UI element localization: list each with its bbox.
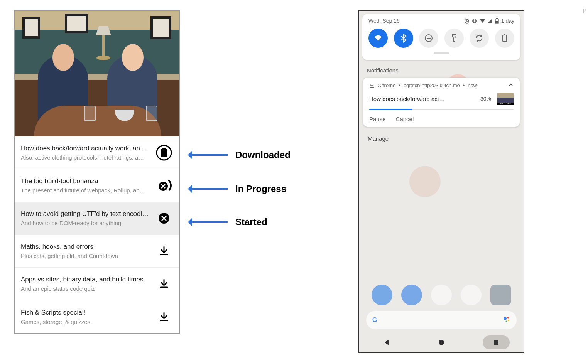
download-icon [369, 83, 375, 88]
episode-row[interactable]: Fish & Scripts special! Games, storage, … [15, 300, 179, 333]
back-button[interactable] [373, 335, 400, 349]
download-button[interactable] [155, 279, 173, 289]
wifi-toggle[interactable] [368, 29, 388, 48]
glass-icon [146, 106, 157, 121]
annotation-label: Downloaded [235, 150, 291, 160]
alarm-icon [464, 18, 470, 24]
chrome-app-icon[interactable] [461, 285, 482, 305]
overview-button[interactable] [483, 335, 510, 349]
flashlight-toggle[interactable] [444, 29, 464, 48]
app-dock [359, 285, 524, 305]
episode-title: Apps vs sites, binary data, and build ti… [21, 276, 151, 283]
notification-app: Chrome [378, 83, 395, 88]
svg-rect-14 [496, 18, 498, 19]
cancel-icon [158, 212, 170, 224]
home-icon [438, 339, 445, 346]
episode-subtitle: Plus cats, getting old, and Countdown [21, 253, 151, 259]
notification-source: bgfetch-http203.glitch.me [404, 83, 460, 88]
download-button[interactable] [155, 312, 173, 322]
episode-subtitle: Games, storage, & quizzes [21, 318, 151, 325]
overview-icon [493, 339, 499, 345]
episode-row[interactable]: Apps vs sites, binary data, and build ti… [15, 268, 179, 300]
annotation-label: Started [235, 217, 267, 228]
episode-subtitle: Also, active clothing protocols, hotel r… [21, 154, 151, 161]
picture-frame [65, 14, 88, 33]
signal-icon [488, 18, 493, 24]
bluetooth-toggle[interactable] [394, 29, 413, 48]
svg-rect-5 [161, 149, 167, 150]
glass-icon [84, 106, 96, 121]
episode-list: How does back/forward actually work, an…… [15, 136, 179, 333]
notification-thumbnail [497, 93, 514, 105]
camera-app-icon[interactable] [490, 285, 511, 305]
episode-row[interactable]: The big build-tool bonanza The present a… [15, 169, 179, 202]
svg-rect-17 [503, 35, 507, 42]
play-store-icon[interactable] [431, 285, 452, 305]
chevron-up-icon [508, 82, 514, 88]
battery-icon [502, 34, 508, 43]
svg-point-20 [507, 317, 509, 319]
notifications-header: Notifications [359, 60, 524, 78]
table [34, 106, 161, 136]
svg-rect-24 [494, 340, 498, 345]
drag-handle[interactable] [434, 52, 449, 54]
cancel-download-button[interactable] [155, 212, 173, 224]
arrow-icon [189, 188, 228, 190]
notification-time: now [468, 83, 477, 88]
battery-saver-toggle[interactable] [495, 29, 514, 48]
episode-row[interactable]: How does back/forward actually work, an…… [15, 136, 179, 169]
svg-point-19 [504, 317, 507, 320]
status-icons: 1 day [464, 18, 514, 24]
download-icon [159, 312, 169, 322]
arrow-icon [189, 154, 228, 156]
android-notification-phone: Wed, Sep 16 1 day Notifications Chrome [358, 10, 524, 353]
dnd-toggle[interactable] [419, 29, 438, 48]
download-notification[interactable]: Chrome • bgfetch-http203.glitch.me • now… [363, 78, 520, 127]
back-icon [383, 339, 390, 346]
episode-row[interactable]: How to avoid getting UTF'd by text encod… [15, 202, 179, 235]
messages-app-icon[interactable] [401, 285, 422, 305]
status-date: Wed, Sep 16 [368, 18, 400, 24]
trash-icon [156, 145, 172, 161]
crop-mark: P [583, 8, 586, 14]
annotation-in-progress: In Progress [189, 184, 286, 194]
svg-rect-11 [473, 19, 476, 23]
annotation-label: In Progress [235, 184, 286, 194]
phone-app-icon[interactable] [372, 285, 392, 305]
picture-frame [150, 16, 171, 39]
delete-button[interactable] [155, 145, 173, 161]
quick-settings-panel: Wed, Sep 16 1 day [362, 14, 520, 60]
download-button[interactable] [155, 246, 173, 256]
svg-point-23 [439, 340, 444, 345]
home-button[interactable] [428, 335, 455, 349]
wifi-icon [373, 34, 383, 43]
bluetooth-icon [400, 34, 407, 43]
episode-subtitle: And an epic status code quiz [21, 285, 151, 292]
notification-title: How does back/forward act… [369, 96, 476, 102]
cancel-button[interactable]: Cancel [396, 116, 414, 122]
svg-point-2 [96, 56, 110, 60]
manage-button[interactable]: Manage [359, 127, 524, 150]
download-icon [159, 246, 169, 256]
wifi-icon [480, 18, 485, 24]
pause-button[interactable]: Pause [369, 116, 386, 122]
episode-title: Fish & Scripts special! [21, 309, 151, 317]
episode-subtitle: The present and future of webpack, Rollu… [21, 187, 151, 194]
svg-point-22 [506, 321, 507, 322]
rotate-toggle[interactable] [470, 29, 489, 48]
collapse-button[interactable] [508, 82, 514, 89]
cancel-download-button[interactable] [155, 177, 173, 194]
episode-row[interactable]: Maths, hooks, and errors Plus cats, gett… [15, 235, 179, 268]
flashlight-icon [451, 34, 458, 43]
progress-bar [369, 109, 514, 110]
svg-rect-6 [162, 148, 166, 149]
android-nav-bar [359, 332, 524, 352]
annotation-downloaded: Downloaded [189, 150, 291, 160]
battery-icon [495, 18, 499, 24]
svg-point-21 [508, 320, 509, 321]
notification-percent: 30% [480, 96, 491, 102]
episode-title: The big build-tool bonanza [21, 177, 151, 185]
dnd-icon [424, 34, 433, 43]
google-search-bar[interactable]: G [366, 311, 517, 329]
picture-frame [22, 17, 40, 39]
